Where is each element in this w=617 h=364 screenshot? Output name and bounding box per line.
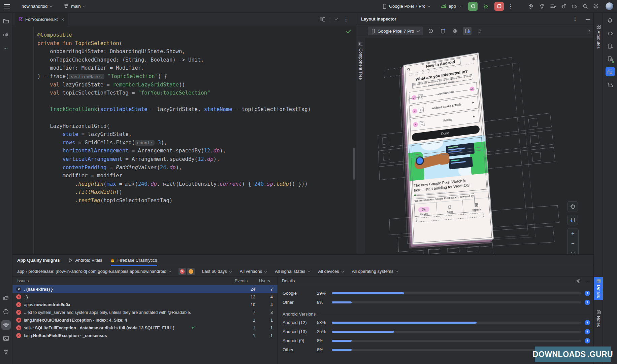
col-users[interactable]: Users bbox=[256, 279, 278, 283]
problems-tool-button[interactable] bbox=[1, 307, 11, 316]
filter-all-signal-states[interactable]: All signal states bbox=[275, 269, 310, 274]
resource-manager-tool-button[interactable] bbox=[1, 30, 11, 39]
device-explorer-button[interactable] bbox=[606, 80, 615, 89]
issue-row[interactable]: ×. }124 bbox=[12, 293, 278, 301]
gradle-tool-button[interactable] bbox=[606, 29, 615, 38]
apply-changes-button[interactable] bbox=[537, 2, 547, 11]
topic-thumbnail bbox=[420, 121, 425, 126]
search-everywhere-button[interactable] bbox=[580, 2, 590, 11]
stop-button[interactable] bbox=[494, 2, 504, 11]
minimize-icon[interactable]: — bbox=[586, 16, 590, 22]
inspector-3d-view[interactable]: Now in Android What are you interested i… bbox=[365, 38, 593, 254]
topic-check-icon: ✓ bbox=[413, 122, 418, 127]
tab-notes[interactable]: Notes bbox=[594, 308, 603, 329]
user-avatar[interactable] bbox=[605, 2, 614, 10]
pan-mode-button[interactable] bbox=[567, 201, 578, 212]
app-quality-insights-tool-button[interactable] bbox=[1, 320, 11, 330]
issue-row[interactable]: ×. (has extras) }247 bbox=[12, 285, 278, 293]
inspector-options-menu[interactable]: ⋮ bbox=[570, 16, 580, 22]
device-manager-button[interactable] bbox=[606, 41, 615, 51]
component-tree-icon[interactable] bbox=[358, 42, 363, 46]
component-tree-layers-button[interactable] bbox=[451, 27, 459, 35]
metric-percent: 58% bbox=[317, 320, 332, 325]
inspector-view-controls: + − bbox=[567, 201, 579, 254]
zoom-in-button[interactable]: + bbox=[567, 228, 578, 239]
issue-row[interactable]: ×lang.IndexOutOfBoundsException - Index:… bbox=[12, 316, 278, 324]
issue-row[interactable]: ×...ed to system_server and system apps … bbox=[12, 308, 278, 316]
metric-label: Other bbox=[283, 300, 317, 305]
component-tree-label[interactable]: Component Tree bbox=[358, 48, 363, 80]
issue-row[interactable]: ×lang.NoSuchFieldException - _consensus1… bbox=[12, 332, 278, 339]
fatal-filter-toggle[interactable]: × bbox=[178, 268, 186, 275]
close-icon[interactable]: × bbox=[61, 17, 64, 22]
zoom-to-fit-button[interactable] bbox=[567, 249, 578, 254]
settings-button[interactable] bbox=[591, 2, 600, 11]
editor-options-menu[interactable]: ⋮ bbox=[341, 16, 351, 23]
filter-last-60-days[interactable]: Last 60 days bbox=[202, 269, 232, 274]
issue-row[interactable]: ×apps.nowinandroid/u0a104 bbox=[12, 301, 278, 308]
project-selector[interactable]: nowinandroid bbox=[19, 2, 55, 11]
split-editor-icon[interactable] bbox=[320, 17, 326, 22]
zoom-out-button[interactable]: − bbox=[567, 239, 578, 249]
gear-icon[interactable] bbox=[576, 279, 581, 283]
issue-row[interactable]: ×sqlite.SQLiteFullException - database o… bbox=[12, 324, 278, 332]
info-icon[interactable]: i bbox=[585, 329, 590, 334]
tab-android-vitals[interactable]: Android Vitals bbox=[68, 255, 102, 266]
col-events[interactable]: Events bbox=[232, 279, 256, 283]
issue-title: ...ed to system_server and system apps o… bbox=[24, 310, 237, 315]
info-icon[interactable]: i bbox=[585, 291, 590, 296]
phone-preview[interactable]: Now in Android What are you interested i… bbox=[403, 52, 494, 245]
view-options-button[interactable] bbox=[426, 27, 435, 35]
rotate-3d-button[interactable] bbox=[567, 215, 578, 225]
logcat-tool-button[interactable] bbox=[1, 293, 11, 303]
code-editor[interactable]: @Composableprivate fun TopicSelection( o… bbox=[12, 26, 356, 254]
live-updates-button[interactable] bbox=[463, 27, 472, 35]
notifications-button[interactable] bbox=[606, 16, 615, 25]
branch-selector[interactable]: main bbox=[61, 2, 88, 11]
version-control-tool-button[interactable] bbox=[1, 347, 11, 357]
tab-attributes[interactable]: Attributes bbox=[594, 23, 603, 51]
chevron-down-icon bbox=[458, 4, 461, 7]
col-issues[interactable]: Issues bbox=[12, 279, 232, 283]
filter-all-devices[interactable]: All devices bbox=[318, 269, 344, 274]
minimize-icon[interactable]: — bbox=[585, 279, 590, 283]
layout-inspector-button[interactable] bbox=[606, 67, 615, 76]
nav-item-interests[interactable]: Interests bbox=[463, 198, 491, 215]
refresh-button[interactable] bbox=[475, 27, 484, 35]
apply-code-changes-button[interactable] bbox=[548, 2, 557, 11]
project-tool-button[interactable] bbox=[1, 16, 11, 26]
main-menu-icon[interactable] bbox=[4, 4, 10, 8]
more-actions-menu[interactable]: ⋮ bbox=[505, 3, 516, 9]
info-icon[interactable]: i bbox=[585, 320, 590, 325]
chevron-right-icon[interactable] bbox=[587, 29, 591, 33]
inspector-toolbar: Google Pixel 7 Pro bbox=[356, 25, 593, 37]
snapshot-button[interactable] bbox=[439, 27, 447, 35]
filter-all-versions[interactable]: All versions bbox=[240, 269, 267, 274]
chevron-down-icon[interactable] bbox=[335, 17, 338, 20]
run-configuration-selector[interactable]: app bbox=[438, 2, 463, 11]
scope-selector[interactable]: app › prodRelease: [now-in-android] com.… bbox=[17, 269, 171, 274]
stop-icon bbox=[497, 4, 501, 8]
running-devices-button[interactable] bbox=[606, 54, 615, 64]
tab-details[interactable]: Details bbox=[594, 277, 603, 300]
build-button[interactable] bbox=[526, 2, 536, 11]
device-selector[interactable]: Google Pixel 7 Pro bbox=[380, 2, 433, 11]
terminal-tool-button[interactable] bbox=[1, 334, 11, 343]
topic-selected-icon: ✓ bbox=[469, 86, 475, 92]
tab-foryouscreen[interactable]: ForYouScreen.kt × bbox=[15, 13, 68, 26]
gradle-sync-button[interactable] bbox=[570, 2, 579, 11]
filter-all-operating-systems[interactable]: All operating systems bbox=[352, 269, 398, 274]
info-icon[interactable]: i bbox=[585, 300, 590, 305]
debug-button[interactable] bbox=[481, 2, 490, 11]
attach-debugger-button[interactable] bbox=[559, 2, 568, 11]
more-tool-windows-button[interactable]: ⋯ bbox=[1, 43, 11, 53]
info-icon[interactable]: i bbox=[585, 338, 590, 343]
non-fatal-filter-toggle[interactable]: ! bbox=[187, 268, 195, 275]
inspector-device-selector[interactable]: Google Pixel 7 Pro bbox=[368, 27, 423, 35]
rerun-button[interactable] bbox=[468, 2, 478, 11]
editor-scrollbar[interactable] bbox=[353, 148, 355, 180]
nav-item-saved[interactable]: Saved bbox=[436, 200, 464, 217]
nav-item-for-you[interactable]: For you bbox=[411, 203, 437, 220]
tab-firebase-crashlytics[interactable]: Firebase Crashlytics bbox=[111, 255, 157, 266]
inspections-passed-icon[interactable] bbox=[346, 29, 351, 34]
